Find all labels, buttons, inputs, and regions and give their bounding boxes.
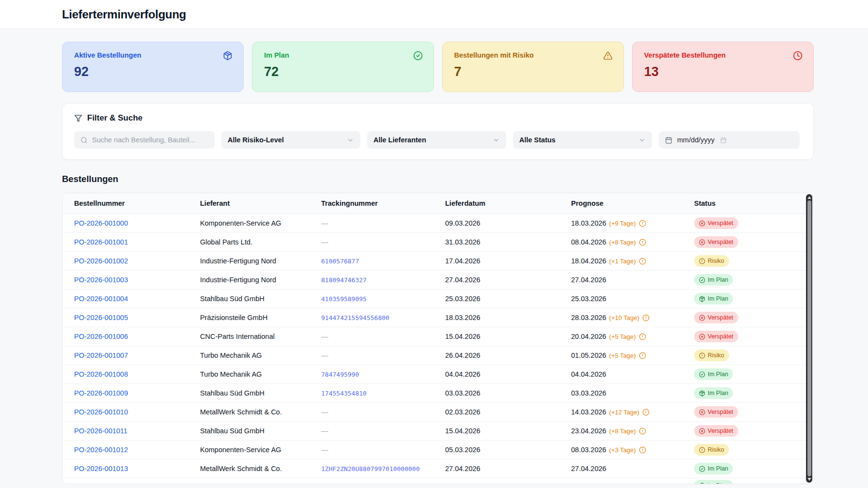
forecast-cell: 08.03.2026(+3 Tage) <box>571 446 694 454</box>
filter-title-label: Filter & Suche <box>87 113 142 123</box>
delay-alert-icon <box>639 352 646 359</box>
forecast-delta: (+8 Tage) <box>609 427 636 435</box>
tracking-number-link[interactable]: 1ZHF2ZN20U8807997010000000 <box>321 465 420 473</box>
delay-alert-icon <box>639 446 646 454</box>
column-header-lieferant: Lieferant <box>200 199 321 207</box>
tracking-number-link[interactable]: 6100576877 <box>321 258 359 265</box>
tracking-empty-dash: — <box>321 427 328 435</box>
tracking-empty-dash: — <box>321 446 328 454</box>
x-circle-icon <box>699 315 705 321</box>
status-cell: Risiko <box>694 255 802 267</box>
forecast-delta: (+5 Tage) <box>609 333 636 340</box>
forecast-cell: 25.03.2026 <box>571 295 694 303</box>
calendar-icon <box>665 137 672 144</box>
table-row: PO-2026-001003Industrie-Fertigung Nord81… <box>62 271 813 290</box>
stat-card-risiko: Bestellungen mit Risiko 7 <box>442 42 624 92</box>
supplier-select-value: Alle Lieferanten <box>373 136 426 144</box>
forecast-cell: 03.03.2026 <box>571 389 694 397</box>
forecast-date: 28.03.2026 <box>571 314 606 321</box>
date-placeholder: mm/dd/yyyy <box>677 136 714 144</box>
status-cell: Risiko <box>694 444 802 456</box>
alert-circle-icon <box>699 258 705 264</box>
forecast-date: 23.04.2026 <box>571 427 606 435</box>
column-header-lieferdatum: Lieferdatum <box>445 199 571 207</box>
order-number-link[interactable]: PO-2026-001003 <box>74 276 128 284</box>
date-input[interactable]: mm/dd/yyyy <box>659 131 800 149</box>
tracking-empty-dash: — <box>321 219 328 227</box>
scroll-down-icon[interactable] <box>807 478 811 481</box>
scroll-up-icon[interactable] <box>807 196 811 199</box>
order-number-link[interactable]: PO-2026-001010 <box>74 408 128 416</box>
forecast-cell: 20.04.2026(+5 Tage) <box>571 333 694 340</box>
status-badge: Risiko <box>694 350 729 361</box>
tracking-number-link[interactable]: 410359589095 <box>321 295 367 303</box>
order-number-link[interactable]: PO-2026-001005 <box>74 314 128 321</box>
forecast-delta: (+5 Tage) <box>609 352 636 359</box>
forecast-cell: 27.04.2026 <box>571 465 694 473</box>
forecast-date: 20.04.2026 <box>571 333 606 340</box>
forecast-cell: 14.03.2026(+12 Tage) <box>571 408 694 416</box>
search-icon <box>80 137 88 144</box>
table-scrollbar[interactable] <box>806 194 812 483</box>
delivery-date-cell: 15.04.2026 <box>445 427 571 435</box>
search-input[interactable]: Suche nach Bestellung, Bauteil... <box>74 131 215 149</box>
status-cell: Verspätet <box>694 312 802 323</box>
delay-alert-icon <box>642 314 650 321</box>
supplier-cell: Stahlbau Süd GmbH <box>200 389 321 397</box>
order-number-link[interactable]: PO-2026-001013 <box>74 465 128 473</box>
delivery-date-cell: 04.04.2026 <box>445 370 571 378</box>
order-number-link[interactable]: PO-2026-001004 <box>74 295 128 303</box>
order-number-link[interactable]: PO-2026-001012 <box>74 446 128 454</box>
order-number-link[interactable]: PO-2026-001001 <box>74 238 128 246</box>
forecast-date: 03.03.2026 <box>571 389 606 397</box>
status-select[interactable]: Alle Status <box>513 131 652 149</box>
warning-triangle-icon <box>603 51 613 61</box>
delivery-date-cell: 18.03.2026 <box>445 314 571 321</box>
scrollbar-thumb[interactable] <box>807 200 811 476</box>
tracking-number-link[interactable]: 818094746327 <box>321 276 367 284</box>
clock-icon <box>793 51 803 61</box>
topbar: Lieferterminverfolgung <box>0 0 868 29</box>
order-number-link[interactable]: PO-2026-001009 <box>74 389 128 397</box>
x-circle-icon <box>699 334 705 340</box>
forecast-date: 04.04.2026 <box>571 370 606 378</box>
supplier-cell: Industrie-Fertigung Nord <box>200 276 321 284</box>
supplier-cell: Turbo Mechanik AG <box>200 370 321 378</box>
status-cell: Im Plan <box>694 463 802 474</box>
calendar-picker-indicator-icon[interactable] <box>720 137 727 143</box>
order-number-link[interactable]: PO-2026-001008 <box>74 370 128 378</box>
status-badge: Verspätet <box>694 236 738 248</box>
status-cell: Verspätet <box>694 406 802 418</box>
table-row: PO-2026-001008Turbo Mechanik AG784749599… <box>62 365 813 384</box>
order-number-link[interactable]: PO-2026-001006 <box>74 333 128 340</box>
supplier-cell: Stahlbau Süd GmbH <box>200 427 321 435</box>
tracking-empty-dash: — <box>321 333 328 340</box>
column-header-status: Status <box>694 199 802 207</box>
risk-level-select[interactable]: Alle Risiko-Level <box>221 131 360 149</box>
table-row: PO-2026-001006CNC-Parts International—15… <box>62 327 813 346</box>
supplier-select[interactable]: Alle Lieferanten <box>367 131 506 149</box>
section-title: Bestellungen <box>62 174 814 184</box>
x-circle-icon <box>699 428 705 434</box>
order-number-link[interactable]: PO-2026-001011 <box>74 427 127 435</box>
tracking-number-link[interactable]: 7847495990 <box>321 371 359 378</box>
supplier-cell: Industrie-Fertigung Nord <box>200 257 321 265</box>
order-number-link[interactable]: PO-2026-001002 <box>74 257 128 265</box>
forecast-date: 18.04.2026 <box>571 257 606 265</box>
delivery-date-cell: 05.03.2026 <box>445 446 571 454</box>
chevron-down-icon <box>638 137 646 144</box>
tracking-number-link[interactable]: 914474215594556800 <box>321 314 389 321</box>
stat-label: Im Plan <box>264 51 421 59</box>
delivery-date-cell: 03.03.2026 <box>445 389 571 397</box>
order-number-link[interactable]: PO-2026-001000 <box>74 219 128 227</box>
delivery-date-cell: 17.04.2026 <box>445 257 571 265</box>
supplier-cell: CNC-Parts International <box>200 333 321 340</box>
table-row: PO-2026-001002Industrie-Fertigung Nord61… <box>62 252 813 271</box>
status-badge: Im Plan <box>694 387 733 399</box>
delay-alert-icon <box>639 333 646 340</box>
forecast-delta: (+12 Tage) <box>609 409 639 416</box>
status-badge: Risiko <box>694 444 729 456</box>
tracking-number-link[interactable]: 174554354810 <box>321 390 367 397</box>
order-number-link[interactable]: PO-2026-001007 <box>74 351 128 359</box>
status-badge: Verspätet <box>694 331 738 342</box>
